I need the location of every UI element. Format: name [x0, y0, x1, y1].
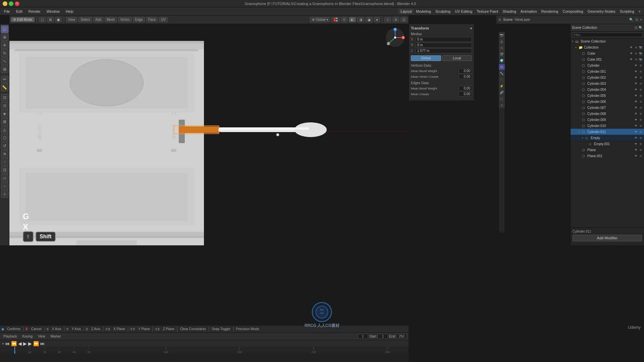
measure-tool[interactable]: 📏	[1, 84, 8, 91]
randomize-tool[interactable]: ⁘	[1, 158, 8, 166]
mean-vertex-crease-val[interactable]: 0.00	[459, 74, 472, 79]
tab-compositing[interactable]: Compositing	[560, 9, 585, 14]
material-props-tab[interactable]: ⊙	[499, 102, 505, 108]
select-tool[interactable]: ◱	[1, 25, 8, 33]
add-menu[interactable]: Add	[93, 17, 103, 22]
select-menu[interactable]: Select	[78, 17, 92, 22]
snap-magnet[interactable]: 🧲	[331, 17, 339, 22]
start-frame-input[interactable]: 1	[378, 334, 388, 339]
menu-window[interactable]: Window	[44, 9, 62, 14]
mean-crease-val[interactable]: 0.00	[459, 92, 472, 97]
prev-frame-btn[interactable]: ⏪	[11, 341, 17, 346]
outliner-cyl005[interactable]: ⬡Cylinder.005👁⊙	[571, 93, 644, 99]
filter-icon[interactable]: ⊟	[635, 18, 638, 21]
outliner-cyl004[interactable]: ⬡Cylinder.004👁⊙	[571, 86, 644, 93]
edges-mean-bevel-weight-val[interactable]: 0.00	[459, 86, 472, 91]
next-keyframe-btn[interactable]: ▶	[28, 341, 32, 346]
filter2-icon[interactable]: ≡	[640, 18, 642, 21]
outliner-cyl009[interactable]: ⬡Cylinder.009👁⊙	[571, 117, 644, 123]
outliner-scene-collection[interactable]: ▾ 🗂 Scene Collection	[571, 38, 644, 44]
outliner-empty[interactable]: ▾ ◇ Empty 👁⊙	[571, 135, 644, 141]
world-props-tab[interactable]: 🌍	[499, 58, 505, 64]
face-menu[interactable]: Face	[146, 17, 158, 22]
rotate-tool[interactable]: ↻	[1, 50, 8, 57]
menu-render[interactable]: Render	[26, 9, 43, 14]
viewport-btn-2[interactable]: ⊞	[47, 17, 54, 22]
scale-tool[interactable]: ⤡	[1, 58, 8, 65]
move-tool[interactable]: ✛	[1, 42, 8, 49]
xray-toggle[interactable]: ⊡	[400, 17, 407, 22]
close-button[interactable]: ✕	[15, 1, 19, 6]
outliner-filter-icon[interactable]: ⊟	[635, 26, 637, 29]
data-props-tab[interactable]: ⬡	[499, 96, 505, 102]
viewport-shading-4[interactable]: ●	[374, 17, 380, 22]
view-menu-tl[interactable]: View	[37, 335, 47, 338]
marker-menu[interactable]: Marker	[49, 335, 62, 338]
global-button[interactable]: Global	[411, 55, 441, 61]
mean-bevel-weight-val[interactable]: 0.00	[459, 68, 472, 73]
uv-menu[interactable]: UV	[159, 17, 168, 22]
tab-scripting[interactable]: Scripting	[618, 9, 636, 14]
outliner-cyl002[interactable]: ⬡Cylinder.002👁⊙	[571, 74, 644, 80]
shear-tool[interactable]: ▱	[1, 174, 8, 182]
tab-layout[interactable]: Layout	[398, 9, 414, 14]
tab-rendering[interactable]: Rendering	[539, 9, 560, 14]
particle-props-tab[interactable]: ⁘	[499, 77, 505, 83]
transform-tool[interactable]: ⊞	[1, 66, 8, 73]
inset-tool[interactable]: ⊙	[1, 102, 8, 109]
outliner-cyl008[interactable]: ⬡Cylinder.008👁⊙	[571, 111, 644, 117]
end-frame-input[interactable]: 250	[396, 334, 407, 339]
tab-shading[interactable]: Shading	[500, 9, 518, 14]
outliner-collection[interactable]: ▾ 📁 Collection 👁 ⊙ 📷	[571, 44, 644, 50]
view-menu[interactable]: View	[66, 17, 77, 22]
outliner-cube[interactable]: ⬡ Cube 👁 ⊙ 📷	[571, 50, 644, 56]
outliner-search-icon[interactable]: 🔍	[639, 26, 643, 29]
outliner-cylinder[interactable]: ⬡ Cylinder 👁⊙	[571, 62, 644, 68]
view-layer-props-tab[interactable]: ⊙	[499, 45, 505, 51]
prev-keyframe-btn[interactable]: ◀	[18, 341, 22, 346]
next-frame-btn[interactable]: ⏩	[33, 341, 39, 346]
outliner-cyl003[interactable]: ⬡Cylinder.003👁⊙	[571, 80, 644, 86]
viewport-btn-3[interactable]: ◼	[55, 17, 62, 22]
local-button[interactable]: Local	[442, 55, 472, 61]
outliner-plane[interactable]: ⬡Plane👁⊙	[571, 147, 644, 153]
minimize-button[interactable]: ─	[3, 1, 7, 6]
jump-start-btn[interactable]: ⏮	[5, 341, 10, 346]
outliner-cyl006[interactable]: ⬡Cylinder.006👁⊙	[571, 99, 644, 105]
tab-animation[interactable]: Animation	[519, 9, 539, 14]
outliner-empty-001[interactable]: ◇ Empty.001 👁⊙	[571, 141, 644, 147]
tab-uv-editing[interactable]: UV Editing	[453, 9, 474, 14]
mesh-menu[interactable]: Mesh	[105, 17, 117, 22]
outliner-plane-001[interactable]: ⬡Plane.001👁⊙	[571, 153, 644, 159]
global-selector[interactable]: ⊕ Global ▾	[310, 17, 330, 22]
maximize-button[interactable]: □	[9, 1, 13, 6]
playback-menu[interactable]: Playback	[2, 335, 18, 338]
rip-tool[interactable]: ⊹	[1, 190, 8, 198]
outliner-cube-001[interactable]: ⬡ Cube.001 👁 ⊙ 📷	[571, 56, 644, 62]
to-sphere-tool[interactable]: ○	[1, 182, 8, 190]
poly-build-tool[interactable]: ⬡	[1, 134, 8, 141]
outliner-search-input[interactable]	[572, 33, 643, 37]
main-viewport[interactable]: Front Orthographic (1) Cylinder.011 Cent…	[9, 24, 409, 245]
y-value[interactable]: 0 m	[416, 43, 472, 48]
menu-edit[interactable]: Edit	[13, 9, 25, 14]
edge-slide-tool[interactable]: ⊡	[1, 166, 8, 174]
tab-add[interactable]: +	[637, 9, 643, 14]
scene-props-tab[interactable]: 🎬	[499, 51, 505, 57]
jump-end-btn[interactable]: ⏭	[40, 341, 45, 346]
output-props-tab[interactable]: 🖨	[499, 39, 505, 45]
cursor-tool[interactable]: ⊕	[1, 34, 8, 41]
modifier-props-tab[interactable]: 🔧	[499, 70, 505, 76]
play-btn[interactable]: ▶	[23, 341, 27, 346]
outliner-cyl010[interactable]: ⬡Cylinder.010👁⊙	[571, 123, 644, 129]
physics-props-tab[interactable]: ⚡	[499, 83, 505, 89]
search-icon[interactable]: 🔍	[629, 18, 633, 21]
tab-sculpting[interactable]: Sculpting	[433, 9, 452, 14]
spin-tool[interactable]: ↺	[1, 142, 8, 149]
proportional-edit[interactable]: ⊙	[341, 17, 347, 22]
viewport-shading-3[interactable]: ◕	[366, 17, 373, 22]
tab-modeling[interactable]: Modeling	[414, 9, 433, 14]
timeline-track[interactable]	[0, 354, 409, 362]
outliner-cyl007[interactable]: ⬡Cylinder.007👁⊙	[571, 105, 644, 111]
tab-texture-paint[interactable]: Texture Paint	[475, 9, 500, 14]
